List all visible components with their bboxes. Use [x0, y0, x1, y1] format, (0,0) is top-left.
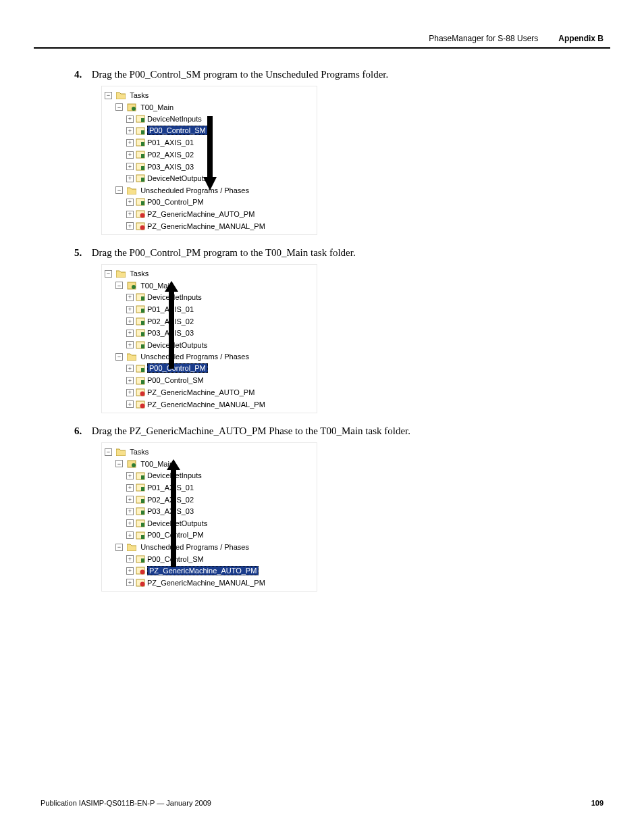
- collapse-icon[interactable]: −: [115, 282, 123, 289]
- expand-icon[interactable]: +: [126, 115, 134, 123]
- expand-icon[interactable]: +: [126, 330, 134, 337]
- program-icon: [136, 555, 145, 563]
- expand-icon[interactable]: +: [126, 567, 134, 575]
- tree-label: Unscheduled Programs / Phases: [140, 353, 249, 361]
- collapse-icon[interactable]: −: [115, 353, 123, 361]
- tree-label: P00_Control_PM: [147, 198, 204, 206]
- expand-icon[interactable]: +: [126, 519, 134, 527]
- svg-point-1: [132, 107, 136, 111]
- tree-node-program[interactable]: +P00_Control_SM: [126, 553, 314, 565]
- tree-node-phase[interactable]: +PZ_GenericMachine_AUTO_PM: [126, 208, 314, 220]
- tree-node-tasks[interactable]: − Tasks − T00_Main +DeviceNetInputs +P00…: [105, 89, 314, 232]
- tree-label-selected: P00_Control_SM: [147, 126, 208, 135]
- collapse-icon[interactable]: −: [115, 186, 123, 194]
- tree-node-program[interactable]: +P01_AXIS_01: [126, 481, 314, 494]
- program-icon: [136, 317, 145, 325]
- expand-icon[interactable]: +: [126, 317, 134, 325]
- expand-icon[interactable]: +: [126, 222, 134, 230]
- folder-open-icon: [116, 448, 126, 456]
- expand-icon[interactable]: +: [126, 294, 134, 301]
- collapse-icon[interactable]: −: [105, 92, 112, 99]
- tree-node-program[interactable]: +P00_Control_PM: [126, 363, 314, 375]
- expand-icon[interactable]: +: [126, 151, 134, 159]
- tree-node-program[interactable]: +P00_Control_PM: [126, 196, 314, 208]
- tree-node-program[interactable]: +DeviceNetInputs: [126, 291, 314, 303]
- tree-node-phase[interactable]: +PZ_GenericMachine_MANUAL_PM: [126, 577, 314, 589]
- tree-label: PZ_GenericMachine_AUTO_PM: [147, 210, 254, 218]
- tree-node-unscheduled[interactable]: − Unscheduled Programs / Phases +P00_Con…: [115, 541, 314, 588]
- tree-node-program[interactable]: +DeviceNetOutputs: [126, 172, 314, 184]
- tree-node-program[interactable]: +P01_AXIS_01: [126, 303, 314, 315]
- expand-icon[interactable]: +: [126, 127, 134, 134]
- svg-rect-57: [141, 535, 144, 539]
- expand-icon[interactable]: +: [126, 175, 134, 182]
- tree-node-program[interactable]: +P03_AXIS_03: [126, 161, 314, 173]
- tree-label: P02_AXIS_02: [147, 495, 194, 503]
- tree-node-program[interactable]: +P02_AXIS_02: [126, 494, 314, 506]
- expand-icon[interactable]: +: [126, 377, 134, 384]
- tree-node-program[interactable]: +P00_Control_PM: [126, 529, 314, 541]
- tree-node-program[interactable]: +P03_AXIS_03: [126, 505, 314, 517]
- tree-node-program[interactable]: +DeviceNetInputs: [126, 469, 314, 481]
- expand-icon[interactable]: +: [126, 306, 134, 313]
- expand-icon[interactable]: +: [126, 555, 134, 563]
- expand-icon[interactable]: +: [126, 199, 134, 206]
- svg-rect-31: [141, 332, 144, 336]
- expand-icon[interactable]: +: [126, 341, 134, 348]
- tree[interactable]: − Tasks − T00_Main +DeviceNetInputs +P01…: [105, 267, 314, 410]
- program-icon: [136, 484, 145, 492]
- tree-node-main[interactable]: − T00_Main +DeviceNetInputs +P01_AXIS_01…: [115, 458, 314, 541]
- tree-label: P01_AXIS_01: [147, 484, 194, 492]
- folder-open-icon: [116, 91, 126, 99]
- tree-label: DeviceNetOutputs: [147, 174, 207, 182]
- collapse-icon[interactable]: −: [105, 270, 112, 278]
- tree-node-main[interactable]: − T00_Main +DeviceNetInputs +P00_Control…: [115, 101, 314, 184]
- expand-icon[interactable]: +: [126, 496, 134, 503]
- tree-node-program[interactable]: +P03_AXIS_03: [126, 327, 314, 339]
- tree-node-phase[interactable]: +PZ_GenericMachine_AUTO_PM: [126, 386, 314, 398]
- svg-rect-59: [141, 558, 144, 563]
- expand-icon[interactable]: +: [126, 472, 134, 479]
- collapse-icon[interactable]: −: [115, 544, 123, 551]
- step-text: Drag the P00_Control_PM program to the T…: [92, 247, 356, 258]
- tree-node-program[interactable]: +DeviceNetOutputs: [126, 517, 314, 529]
- expand-icon[interactable]: +: [126, 579, 134, 586]
- tree-node-main[interactable]: − T00_Main +DeviceNetInputs +P01_AXIS_01…: [115, 280, 314, 351]
- task-icon: [127, 460, 136, 468]
- expand-icon[interactable]: +: [126, 389, 134, 396]
- expand-icon[interactable]: +: [126, 531, 134, 539]
- tree-label: P01_AXIS_01: [147, 305, 194, 313]
- tree-node-phase[interactable]: +PZ_GenericMachine_MANUAL_PM: [126, 220, 314, 232]
- tree-node-program[interactable]: +P00_Control_SM: [126, 374, 314, 386]
- tree[interactable]: − Tasks − T00_Main +DeviceNetInputs +P01…: [105, 446, 314, 588]
- expand-icon[interactable]: +: [126, 400, 134, 408]
- tree-node-phase[interactable]: +PZ_GenericMachine_AUTO_PM: [126, 565, 314, 577]
- program-icon: [136, 127, 145, 135]
- expand-icon[interactable]: +: [126, 163, 134, 170]
- collapse-icon[interactable]: −: [105, 448, 112, 456]
- expand-icon[interactable]: +: [126, 139, 134, 147]
- tree-node-tasks[interactable]: − Tasks − T00_Main +DeviceNetInputs +P01…: [105, 446, 314, 588]
- tree-node-program[interactable]: +P02_AXIS_02: [126, 149, 314, 161]
- expand-icon[interactable]: +: [126, 484, 134, 492]
- tree-node-program[interactable]: +P00_Control_SM: [126, 125, 314, 137]
- tree-node-program[interactable]: +P02_AXIS_02: [126, 315, 314, 328]
- tree-label: Tasks: [130, 91, 149, 99]
- tree-node-program[interactable]: +DeviceNetOutputs: [126, 339, 314, 351]
- tree-node-unscheduled[interactable]: − Unscheduled Programs / Phases +P00_Con…: [115, 350, 314, 410]
- expand-icon[interactable]: +: [126, 365, 134, 372]
- collapse-icon[interactable]: −: [115, 460, 123, 467]
- task-icon: [127, 282, 136, 290]
- tree[interactable]: − Tasks − T00_Main +DeviceNetInputs +P00…: [105, 89, 314, 232]
- svg-rect-53: [141, 511, 144, 515]
- tree-node-tasks[interactable]: − Tasks − T00_Main +DeviceNetInputs +P01…: [105, 267, 314, 410]
- program-icon: [136, 496, 145, 504]
- tree-node-program[interactable]: +P01_AXIS_01: [126, 136, 314, 149]
- expand-icon[interactable]: +: [126, 211, 134, 218]
- tree-node-program[interactable]: +DeviceNetInputs: [126, 113, 314, 125]
- tree-node-phase[interactable]: +PZ_GenericMachine_MANUAL_PM: [126, 398, 314, 411]
- collapse-icon[interactable]: −: [115, 103, 123, 111]
- program-icon: [136, 138, 145, 147]
- expand-icon[interactable]: +: [126, 508, 134, 515]
- tree-node-unscheduled[interactable]: − Unscheduled Programs / Phases +P00_Con…: [115, 184, 314, 232]
